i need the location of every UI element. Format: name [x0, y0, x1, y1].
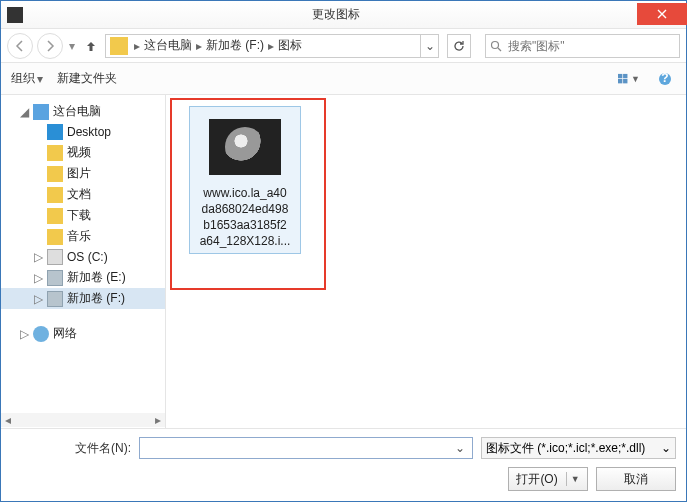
svg-text:?: ?	[661, 72, 668, 85]
network-icon	[33, 326, 49, 342]
new-folder-button[interactable]: 新建文件夹	[57, 70, 117, 87]
refresh-button[interactable]	[447, 34, 471, 58]
sidebar-item-label: OS (C:)	[67, 250, 108, 264]
breadcrumb-dropdown[interactable]: ⌄	[420, 35, 438, 57]
close-icon	[657, 9, 667, 19]
sidebar-item-label: 新加卷 (E:)	[67, 269, 126, 286]
file-type-filter[interactable]: 图标文件 (*.ico;*.icl;*.exe;*.dll) ⌄	[481, 437, 676, 459]
cancel-button[interactable]: 取消	[596, 467, 676, 491]
sidebar-item-label: 新加卷 (F:)	[67, 290, 125, 307]
view-menu[interactable]: ▼	[618, 70, 640, 88]
organize-label: 组织	[11, 70, 35, 87]
svg-rect-1	[618, 73, 622, 77]
sidebar-item[interactable]: Desktop	[1, 122, 165, 142]
svg-rect-2	[623, 73, 627, 77]
search-input[interactable]	[506, 38, 675, 54]
sidebar-item[interactable]: 下载	[1, 205, 165, 226]
folder-icon	[47, 208, 63, 224]
footer: 文件名(N): ⌄ 图标文件 (*.ico;*.icl;*.exe;*.dll)…	[1, 428, 686, 501]
sidebar-item-label: 网络	[53, 325, 77, 342]
back-button[interactable]	[7, 33, 33, 59]
sidebar-item-label: 图片	[67, 165, 91, 182]
sidebar-item[interactable]: 视频	[1, 142, 165, 163]
open-label: 打开(O)	[516, 471, 557, 488]
drive-icon	[47, 291, 63, 307]
new-folder-label: 新建文件夹	[57, 70, 117, 87]
sidebar-item[interactable]: ▷OS (C:)	[1, 247, 165, 267]
refresh-icon	[452, 39, 466, 53]
arrow-up-icon	[84, 39, 98, 53]
svg-rect-3	[618, 79, 622, 83]
close-button[interactable]	[637, 3, 687, 25]
chevron-down-icon[interactable]: ⌄	[452, 441, 468, 455]
chevron-right-icon: ▸	[266, 39, 276, 53]
chevron-down-icon: ⌄	[661, 441, 671, 455]
window-title: 更改图标	[35, 6, 637, 23]
file-thumbnail	[209, 119, 281, 175]
filename-input[interactable]	[144, 440, 452, 456]
sidebar-item[interactable]: 文档	[1, 184, 165, 205]
os-icon	[47, 249, 63, 265]
file-name: www.ico.la_a40 da868024ed498 b1653aa3185…	[194, 185, 296, 249]
breadcrumb-seg-drive[interactable]: 新加卷 (F:)	[204, 37, 266, 54]
chevron-down-icon: ▼	[571, 474, 580, 484]
caret-placeholder: ▷	[33, 292, 43, 306]
chevron-right-icon: ▸	[194, 39, 204, 53]
caret-placeholder: ▷	[33, 250, 43, 264]
svg-point-0	[492, 41, 499, 48]
sidebar-item-label: Desktop	[67, 125, 111, 139]
desktop-icon	[47, 124, 63, 140]
breadcrumb-seg-folder[interactable]: 图标	[276, 37, 304, 54]
help-icon: ?	[658, 72, 672, 86]
folder-icon	[47, 166, 63, 182]
scroll-left-icon: ◂	[1, 413, 15, 427]
organize-menu[interactable]: 组织 ▾	[11, 70, 43, 87]
sidebar-item-label: 视频	[67, 144, 91, 161]
folder-icon	[47, 187, 63, 203]
up-button[interactable]	[81, 36, 101, 56]
filename-combo[interactable]: ⌄	[139, 437, 473, 459]
app-icon	[7, 7, 23, 23]
file-item[interactable]: www.ico.la_a40 da868024ed498 b1653aa3185…	[189, 106, 301, 254]
caret-placeholder: ▷	[33, 271, 43, 285]
folder-icon	[110, 37, 128, 55]
sidebar-item-this-pc[interactable]: ◢ 这台电脑	[1, 101, 165, 122]
view-icon	[618, 72, 631, 86]
breadcrumb[interactable]: ▸ 这台电脑 ▸ 新加卷 (F:) ▸ 图标 ⌄	[105, 34, 439, 58]
sidebar-item-label: 这台电脑	[53, 103, 101, 120]
open-button[interactable]: 打开(O) ▼	[508, 467, 588, 491]
sidebar-item-network[interactable]: ▷ 网络	[1, 323, 165, 344]
search-box[interactable]	[485, 34, 680, 58]
caret-expanded-icon: ◢	[19, 105, 29, 119]
arrow-right-icon	[44, 40, 56, 52]
chevron-down-icon: ▾	[37, 72, 43, 86]
breadcrumb-seg-pc[interactable]: 这台电脑	[142, 37, 194, 54]
filename-label: 文件名(N):	[11, 440, 131, 457]
drive-icon	[47, 270, 63, 286]
folder-icon	[47, 229, 63, 245]
sidebar-item[interactable]: 音乐	[1, 226, 165, 247]
sidebar-item[interactable]: ▷新加卷 (F:)	[1, 288, 165, 309]
sidebar-scrollbar[interactable]: ◂ ▸	[1, 413, 165, 427]
pc-icon	[33, 104, 49, 120]
arrow-left-icon	[14, 40, 26, 52]
sidebar-item-label: 文档	[67, 186, 91, 203]
sidebar-item-label: 音乐	[67, 228, 91, 245]
chevron-right-icon: ▸	[132, 39, 142, 53]
toolbar: 组织 ▾ 新建文件夹 ▼ ?	[1, 63, 686, 95]
file-list[interactable]: www.ico.la_a40 da868024ed498 b1653aa3185…	[166, 95, 686, 428]
filter-label: 图标文件 (*.ico;*.icl;*.exe;*.dll)	[486, 440, 645, 457]
sidebar-item-label: 下载	[67, 207, 91, 224]
forward-button[interactable]	[37, 33, 63, 59]
navbar: ▾ ▸ 这台电脑 ▸ 新加卷 (F:) ▸ 图标 ⌄	[1, 29, 686, 63]
search-icon	[490, 40, 502, 52]
caret-collapsed-icon: ▷	[19, 327, 29, 341]
sidebar-item[interactable]: 图片	[1, 163, 165, 184]
sidebar: ◢ 这台电脑 Desktop视频图片文档下载音乐▷OS (C:)▷新加卷 (E:…	[1, 95, 166, 428]
cancel-label: 取消	[624, 471, 648, 488]
scroll-right-icon: ▸	[151, 413, 165, 427]
recent-dropdown[interactable]: ▾	[67, 39, 77, 53]
titlebar: 更改图标	[1, 1, 686, 29]
sidebar-item[interactable]: ▷新加卷 (E:)	[1, 267, 165, 288]
help-button[interactable]: ?	[654, 70, 676, 88]
